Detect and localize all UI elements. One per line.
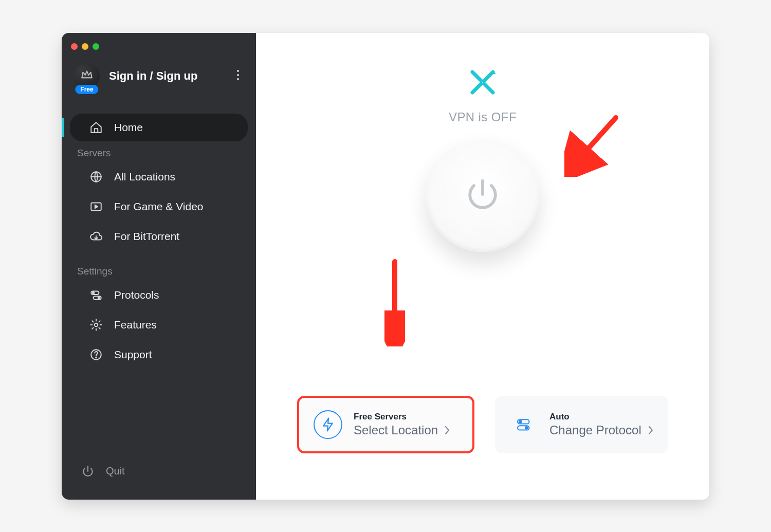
window-controls — [62, 39, 256, 59]
sidebar-item-label: All Locations — [114, 171, 175, 183]
svg-point-1 — [237, 74, 239, 76]
svg-point-8 — [98, 297, 100, 298]
sign-in-label: Sign in / Sign up — [109, 69, 197, 83]
more-vertical-icon — [236, 69, 240, 81]
more-menu-button[interactable] — [232, 65, 244, 87]
help-icon — [89, 348, 103, 361]
sidebar-item-label: For Game & Video — [114, 200, 204, 213]
connect-button[interactable] — [426, 139, 539, 252]
nav: Home Servers All Locations — [62, 98, 256, 370]
sidebar-item-bittorrent[interactable]: For BitTorrent — [70, 223, 248, 250]
section-header-servers: Servers — [62, 142, 256, 162]
svg-point-2 — [237, 78, 239, 80]
crown-icon — [80, 68, 94, 84]
power-icon — [465, 176, 501, 214]
sidebar-item-features[interactable]: Features — [70, 311, 248, 339]
play-icon — [89, 200, 103, 213]
close-window-dot[interactable] — [71, 43, 78, 50]
svg-point-6 — [93, 292, 94, 293]
card-body: Free Servers Select Location — [354, 412, 450, 437]
zoom-window-dot[interactable] — [93, 43, 99, 50]
bolt-icon — [314, 410, 342, 439]
card-title: Free Servers — [354, 412, 450, 422]
main-panel: VPN is OFF — [256, 33, 709, 500]
sidebar-item-support[interactable]: Support — [70, 341, 248, 369]
quit-label: Quit — [106, 465, 125, 477]
brand-logo-icon — [469, 69, 496, 98]
toggles-icon — [89, 288, 103, 302]
gear-icon — [89, 318, 103, 332]
sidebar: Free Sign in / Sign up Home — [62, 33, 256, 500]
section-header-settings: Settings — [62, 261, 256, 280]
bottom-cards-row: Free Servers Select Location — [256, 396, 709, 453]
free-badge: Free — [75, 85, 98, 94]
sidebar-item-game-video[interactable]: For Game & Video — [70, 193, 248, 221]
chevron-right-icon — [648, 425, 654, 435]
quit-button[interactable]: Quit — [70, 457, 248, 485]
avatar-wrap: Free — [74, 63, 100, 89]
annotation-arrow-to-servers-card — [384, 259, 405, 346]
sidebar-item-home[interactable]: Home — [70, 114, 248, 141]
card-subtitle: Change Protocol — [549, 423, 641, 437]
card-body: Auto Change Protocol — [549, 412, 654, 437]
card-subtitle: Select Location — [354, 423, 438, 437]
sidebar-item-protocols[interactable]: Protocols — [70, 281, 248, 309]
svg-point-9 — [95, 323, 98, 326]
toggles-icon — [509, 410, 538, 439]
svg-point-11 — [96, 357, 97, 358]
home-icon — [89, 121, 103, 134]
vpn-status-text: VPN is OFF — [449, 110, 517, 124]
sidebar-item-label: Home — [114, 121, 143, 134]
sidebar-item-label: For BitTorrent — [114, 230, 179, 243]
svg-point-0 — [237, 70, 239, 72]
account-row[interactable]: Free Sign in / Sign up — [62, 59, 256, 98]
power-icon — [81, 465, 95, 478]
change-protocol-card[interactable]: Auto Change Protocol — [495, 396, 668, 453]
select-location-card[interactable]: Free Servers Select Location — [297, 396, 474, 453]
sidebar-item-all-locations[interactable]: All Locations — [70, 163, 248, 191]
cloud-down-icon — [89, 230, 103, 243]
svg-point-14 — [519, 420, 522, 423]
card-title: Auto — [549, 412, 654, 422]
svg-point-16 — [525, 427, 528, 429]
annotation-arrow-to-connect — [564, 115, 621, 177]
sidebar-item-label: Protocols — [114, 289, 159, 301]
app-window: Free Sign in / Sign up Home — [62, 33, 709, 500]
minimize-window-dot[interactable] — [82, 43, 88, 50]
chevron-right-icon — [444, 425, 450, 435]
sidebar-footer: Quit — [62, 457, 256, 500]
sidebar-item-label: Support — [114, 348, 152, 361]
globe-icon — [89, 170, 103, 184]
sidebar-item-label: Features — [114, 319, 157, 331]
